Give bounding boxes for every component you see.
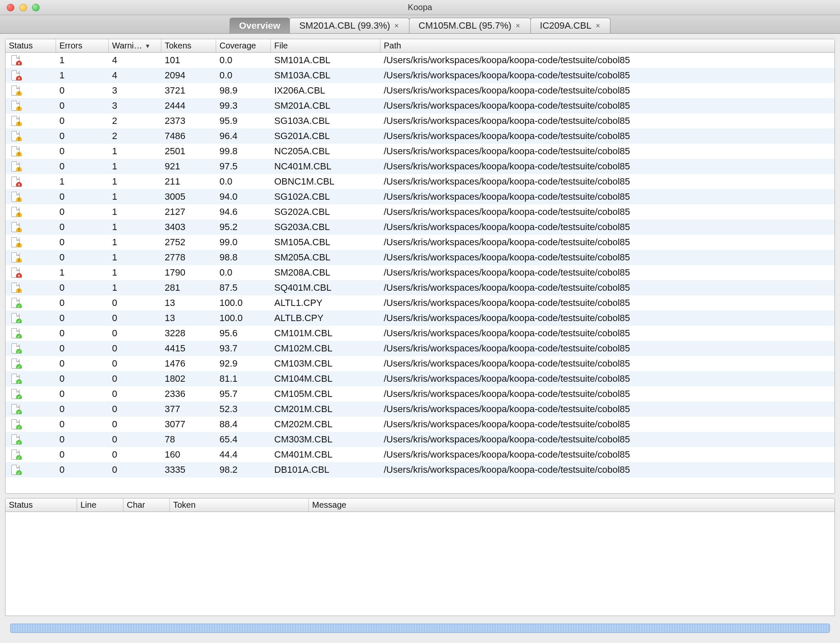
cell-errors: 0 [56,358,109,369]
tab-overview[interactable]: Overview [230,18,290,33]
col-warnings[interactable]: Warni…▼ [109,39,161,52]
table-row[interactable]: 0013100.0ALTL1.CPY/Users/kris/workspaces… [5,295,835,311]
cell-path: /Users/kris/workspaces/koopa/koopa-code/… [380,115,835,126]
table-row[interactable]: 00322895.6CM101M.CBL/Users/kris/workspac… [5,326,835,341]
cell-errors: 0 [56,388,109,399]
tab-close-icon[interactable]: × [393,21,400,30]
overview-table-body[interactable]: 141010.0SM101A.CBL/Users/kris/workspaces… [5,53,835,493]
cell-warnings: 1 [109,237,161,248]
col-detail-status[interactable]: Status [5,498,77,512]
table-row[interactable]: 01212794.6SG202A.CBL/Users/kris/workspac… [5,204,835,220]
cell-tokens: 2127 [161,206,216,217]
cell-errors: 0 [56,206,109,217]
col-status[interactable]: Status [5,39,56,52]
cell-tokens: 13 [161,313,216,324]
zoom-window-icon[interactable] [32,4,40,11]
detail-table-body[interactable] [5,512,835,616]
cell-file: ALTLB.CPY [271,313,380,324]
table-row[interactable]: 01300594.0SG102A.CBL/Users/kris/workspac… [5,189,835,204]
cell-tokens: 211 [161,176,216,187]
cell-coverage: 0.0 [216,55,271,66]
col-detail-message[interactable]: Message [309,498,835,512]
table-row[interactable]: 03372198.9IX206A.CBL/Users/kris/workspac… [5,83,835,98]
cell-coverage: 44.4 [216,449,271,460]
cell-coverage: 0.0 [216,176,271,187]
cell-errors: 1 [56,176,109,187]
table-row[interactable]: 0013100.0ALTLB.CPY/Users/kris/workspaces… [5,311,835,326]
cell-errors: 0 [56,282,109,293]
status-warning-icon [11,116,20,126]
table-row[interactable]: 03244499.3SM201A.CBL/Users/kris/workspac… [5,98,835,113]
table-row[interactable]: 00180281.1CM104M.CBL/Users/kris/workspac… [5,371,835,386]
minimize-window-icon[interactable] [19,4,27,11]
col-detail-status-label: Status [9,500,33,510]
app-window: Koopa OverviewSM201A.CBL (99.3%)×CM105M.… [0,0,840,643]
table-row[interactable]: 0016044.4CM401M.CBL/Users/kris/workspace… [5,447,835,462]
table-row[interactable]: 007865.4CM303M.CBL/Users/kris/workspaces… [5,432,835,447]
cell-path: /Users/kris/workspaces/koopa/koopa-code/… [380,176,835,187]
table-row[interactable]: 00307788.4CM202M.CBL/Users/kris/workspac… [5,417,835,432]
tab-file[interactable]: CM105M.CBL (95.7%)× [409,18,531,33]
table-row[interactable]: 112110.0OBNC1M.CBL/Users/kris/workspaces… [5,174,835,189]
cell-path: /Users/kris/workspaces/koopa/koopa-code/… [380,55,835,66]
table-row[interactable]: 00147692.9CM103M.CBL/Users/kris/workspac… [5,356,835,371]
table-row[interactable]: 1117900.0SM208A.CBL/Users/kris/workspace… [5,265,835,280]
tab-file[interactable]: IC209A.CBL× [530,18,611,33]
table-row[interactable]: 0128187.5SQ401M.CBL/Users/kris/workspace… [5,280,835,295]
cell-warnings: 1 [109,176,161,187]
table-row[interactable]: 01340395.2SG203A.CBL/Users/kris/workspac… [5,220,835,235]
col-tokens[interactable]: Tokens [161,39,216,52]
cell-status [5,465,56,475]
table-row[interactable]: 1420940.0SM103A.CBL/Users/kris/workspace… [5,68,835,83]
table-row[interactable]: 01275299.0SM105A.CBL/Users/kris/workspac… [5,235,835,250]
cell-warnings: 1 [109,252,161,263]
cell-file: SG103A.CBL [271,115,380,126]
col-detail-line[interactable]: Line [77,498,123,512]
cell-coverage: 99.3 [216,100,271,111]
cell-path: /Users/kris/workspaces/koopa/koopa-code/… [380,85,835,96]
cell-path: /Users/kris/workspaces/koopa/koopa-code/… [380,146,835,157]
table-row[interactable]: 01250199.8NC205A.CBL/Users/kris/workspac… [5,144,835,159]
cell-path: /Users/kris/workspaces/koopa/koopa-code/… [380,161,835,172]
status-ok-icon [11,450,20,460]
col-coverage[interactable]: Coverage [216,39,271,52]
cell-tokens: 78 [161,434,216,445]
cell-warnings: 3 [109,100,161,111]
table-row[interactable]: 0192197.5NC401M.CBL/Users/kris/workspace… [5,159,835,174]
table-row[interactable]: 00233695.7CM105M.CBL/Users/kris/workspac… [5,386,835,402]
cell-path: /Users/kris/workspaces/koopa/koopa-code/… [380,131,835,142]
cell-status [5,161,56,171]
cell-coverage: 0.0 [216,70,271,81]
cell-warnings: 1 [109,146,161,157]
cell-tokens: 7486 [161,131,216,142]
status-error-icon [11,70,20,80]
cell-tokens: 2778 [161,252,216,263]
table-row[interactable]: 0037752.3CM201M.CBL/Users/kris/workspace… [5,402,835,417]
cell-path: /Users/kris/workspaces/koopa/koopa-code/… [380,449,835,460]
col-file[interactable]: File [271,39,380,52]
table-row[interactable]: 00333598.2DB101A.CBL/Users/kris/workspac… [5,462,835,477]
table-row[interactable]: 02748696.4SG201A.CBL/Users/kris/workspac… [5,129,835,144]
tab-file[interactable]: SM201A.CBL (99.3%)× [289,18,409,33]
status-ok-icon [11,313,20,323]
table-row[interactable]: 141010.0SM101A.CBL/Users/kris/workspaces… [5,53,835,68]
close-window-icon[interactable] [7,4,14,11]
cell-status [5,252,56,263]
col-errors[interactable]: Errors [56,39,109,52]
cell-tokens: 101 [161,55,216,66]
status-ok-icon [11,419,20,429]
tab-close-icon[interactable]: × [595,21,601,30]
col-detail-token[interactable]: Token [170,498,309,512]
col-detail-char[interactable]: Char [123,498,170,512]
table-row[interactable]: 01277898.8SM205A.CBL/Users/kris/workspac… [5,250,835,265]
cell-file: CM102M.CBL [271,343,380,354]
table-row[interactable]: 02237395.9SG103A.CBL/Users/kris/workspac… [5,113,835,129]
tab-close-icon[interactable]: × [515,21,521,30]
cell-tokens: 160 [161,449,216,460]
table-row[interactable]: 00441593.7CM102M.CBL/Users/kris/workspac… [5,341,835,356]
cell-errors: 0 [56,237,109,248]
cell-file: SM201A.CBL [271,100,380,111]
cell-file: ALTL1.CPY [271,297,380,308]
col-path[interactable]: Path [380,39,835,52]
cell-path: /Users/kris/workspaces/koopa/koopa-code/… [380,358,835,369]
